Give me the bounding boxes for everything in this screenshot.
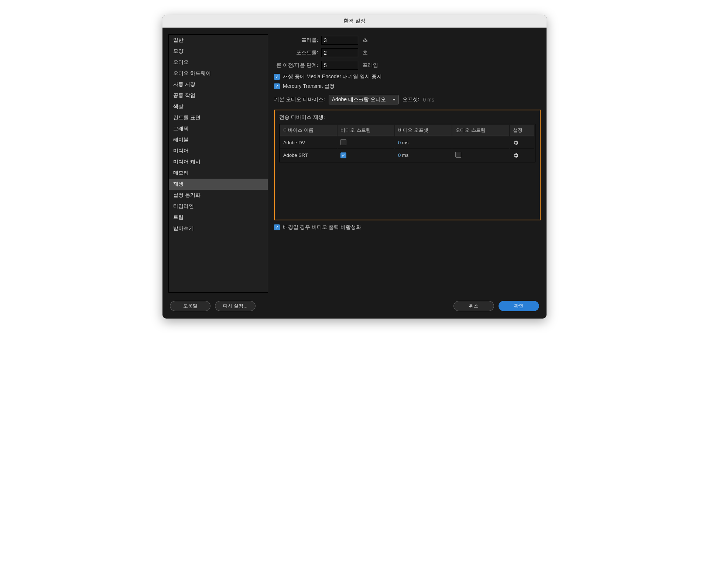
table-header: 디바이스 이름: [280, 125, 337, 136]
transmit-device-table: 디바이스 이름비디오 스트림비디오 오프셋오디오 스트림설정 Adobe DV0…: [279, 124, 535, 162]
default-audio-dropdown[interactable]: Adobe 데스크탑 오디오: [329, 95, 399, 104]
postroll-row: 포스트롤: 초: [274, 48, 541, 57]
gear-icon[interactable]: [513, 152, 531, 158]
help-button[interactable]: 도움말: [170, 301, 210, 311]
pause-encoder-checkbox[interactable]: [274, 74, 280, 80]
sidebar-item[interactable]: 미디어 캐시: [169, 157, 268, 168]
sidebar-item[interactable]: 미디어: [169, 145, 268, 157]
pause-encoder-row: 재생 중에 Media Encoder 대기열 일시 중지: [274, 73, 541, 80]
sidebar-item[interactable]: 컨트롤 표면: [169, 112, 268, 123]
sidebar-item[interactable]: 자동 저장: [169, 79, 268, 90]
preroll-row: 프리롤: 초: [274, 36, 541, 45]
cancel-button[interactable]: 취소: [453, 301, 494, 311]
video-stream-cell: [338, 149, 394, 161]
sidebar-item[interactable]: 일반: [169, 35, 268, 46]
sidebar-item[interactable]: 트림: [169, 212, 268, 223]
content-pane: 프리롤: 초 포스트롤: 초 큰 이전/다음 단계: 프레임 재생 중에 Med…: [274, 34, 541, 293]
offset-value: 0 ms: [423, 97, 434, 103]
device-name-cell: Adobe SRT: [280, 149, 337, 161]
sidebar-item[interactable]: 공동 작업: [169, 90, 268, 101]
preferences-window: 환경 설정 일반모양오디오오디오 하드웨어자동 저장공동 작업색상컨트롤 표면그…: [162, 15, 547, 319]
device-name-cell: Adobe DV: [280, 137, 337, 149]
settings-cell: [510, 137, 534, 149]
sidebar-item[interactable]: 레이블: [169, 134, 268, 145]
disable-bg-checkbox[interactable]: [274, 224, 280, 230]
postroll-label: 포스트롤:: [274, 49, 318, 56]
postroll-input[interactable]: [321, 48, 358, 57]
default-audio-row: 기본 오디오 디바이스: Adobe 데스크탑 오디오 오프셋: 0 ms: [274, 95, 541, 104]
table-header: 비디오 오프셋: [395, 125, 452, 136]
default-audio-label: 기본 오디오 디바이스:: [274, 96, 325, 103]
mercury-checkbox[interactable]: [274, 83, 280, 89]
mercury-label: Mercury Transmit 설정: [283, 83, 335, 90]
pause-encoder-label: 재생 중에 Media Encoder 대기열 일시 중지: [283, 73, 382, 80]
sidebar-item[interactable]: 모양: [169, 46, 268, 57]
step-label: 큰 이전/다음 단계:: [274, 62, 318, 69]
step-input[interactable]: [321, 61, 358, 70]
disable-bg-label: 배경일 경우 비디오 출력 비활성화: [283, 224, 361, 231]
video-stream-cell: [338, 137, 394, 149]
transmit-device-title: 전송 디바이스 재생:: [279, 114, 535, 121]
audio-stream-checkbox[interactable]: [455, 152, 461, 158]
sidebar-item[interactable]: 받아쓰기: [169, 223, 268, 234]
sidebar-item[interactable]: 설정 동기화: [169, 190, 268, 201]
table-header: 설정: [510, 125, 534, 136]
step-unit: 프레임: [363, 62, 378, 69]
settings-cell: [510, 149, 534, 161]
window-body: 일반모양오디오오디오 하드웨어자동 저장공동 작업색상컨트롤 표면그래픽레이블미…: [162, 28, 547, 296]
sidebar-item[interactable]: 재생: [169, 179, 268, 190]
window-title: 환경 설정: [162, 15, 547, 28]
table-row: Adobe SRT0 ms: [280, 149, 534, 161]
video-offset-cell[interactable]: 0 ms: [395, 149, 452, 161]
reset-button[interactable]: 다시 설정...: [215, 301, 256, 311]
video-stream-checkbox[interactable]: [340, 139, 346, 145]
sidebar-item[interactable]: 오디오: [169, 57, 268, 68]
dialog-footer: 도움말 다시 설정... 취소 확인: [162, 296, 547, 319]
disable-bg-row: 배경일 경우 비디오 출력 비활성화: [274, 224, 541, 231]
preroll-label: 프리롤:: [274, 37, 318, 44]
mercury-row: Mercury Transmit 설정: [274, 83, 541, 90]
table-header: 오디오 스트림: [452, 125, 509, 136]
preroll-unit: 초: [363, 37, 368, 44]
video-stream-checkbox[interactable]: [340, 152, 346, 158]
gear-icon[interactable]: [513, 140, 531, 146]
chevron-down-icon: [393, 99, 395, 101]
table-row: Adobe DV0 ms: [280, 137, 534, 149]
postroll-unit: 초: [363, 49, 368, 56]
category-sidebar: 일반모양오디오오디오 하드웨어자동 저장공동 작업색상컨트롤 표면그래픽레이블미…: [168, 34, 268, 293]
default-audio-value: Adobe 데스크탑 오디오: [332, 96, 386, 103]
table-header: 비디오 스트림: [338, 125, 394, 136]
audio-stream-cell: [452, 137, 509, 149]
audio-stream-cell: [452, 149, 509, 161]
sidebar-item[interactable]: 오디오 하드웨어: [169, 68, 268, 79]
ok-button[interactable]: 확인: [499, 301, 539, 311]
sidebar-item[interactable]: 타임라인: [169, 201, 268, 212]
transmit-device-section: 전송 디바이스 재생: 디바이스 이름비디오 스트림비디오 오프셋오디오 스트림…: [274, 110, 541, 220]
preroll-input[interactable]: [321, 36, 358, 45]
sidebar-item[interactable]: 메모리: [169, 168, 268, 179]
video-offset-cell[interactable]: 0 ms: [395, 137, 452, 149]
sidebar-item[interactable]: 그래픽: [169, 123, 268, 134]
step-row: 큰 이전/다음 단계: 프레임: [274, 61, 541, 70]
sidebar-item[interactable]: 색상: [169, 101, 268, 112]
offset-label: 오프셋:: [403, 96, 419, 103]
